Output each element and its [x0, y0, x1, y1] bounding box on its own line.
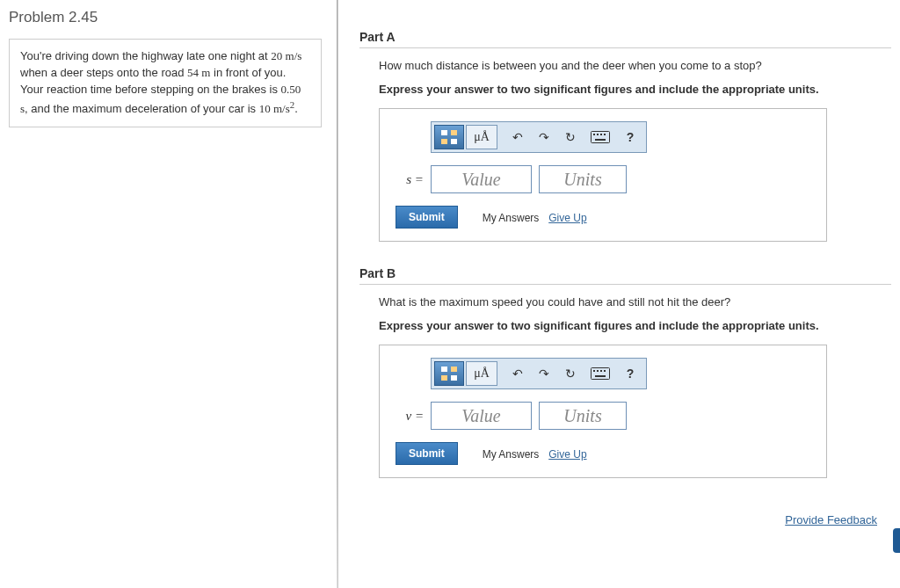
redo-icon[interactable]: ↷: [531, 125, 557, 149]
problem-panel: Problem 2.45 You're driving down the hig…: [0, 0, 338, 588]
part-b-submit-button[interactable]: Submit: [396, 442, 458, 465]
part-a-value-input[interactable]: Value: [431, 165, 532, 193]
undo-icon[interactable]: ↶: [504, 361, 531, 386]
keyboard-icon[interactable]: [584, 125, 617, 149]
part-a-units-input[interactable]: Units: [539, 165, 627, 193]
part-a: Part A How much distance is between you …: [359, 30, 891, 242]
formatting-toolbar: μÅ ↶ ↷ ↻ ?: [431, 121, 647, 153]
svg-rect-1: [593, 134, 595, 135]
part-b-answer-box: μÅ ↶ ↷ ↻ ? v = Value Units: [379, 345, 827, 478]
part-b-instruction: Express your answer to two significant f…: [379, 319, 891, 332]
redo-icon[interactable]: ↷: [531, 361, 557, 386]
svg-rect-3: [600, 134, 602, 135]
svg-rect-10: [604, 370, 606, 372]
svg-rect-6: [592, 368, 610, 380]
part-a-my-answers: My Answers: [483, 212, 540, 224]
part-a-answer-box: μÅ ↶ ↷ ↻ ? s = Value Units: [379, 108, 827, 242]
help-icon[interactable]: ?: [617, 125, 643, 149]
part-b: Part B What is the maximum speed you cou…: [359, 266, 891, 478]
problem-title: Problem 2.45: [9, 9, 322, 26]
svg-rect-4: [604, 134, 606, 135]
template-icon[interactable]: [434, 361, 464, 386]
part-b-give-up-link[interactable]: Give Up: [548, 448, 586, 461]
svg-rect-7: [593, 370, 595, 372]
keyboard-icon[interactable]: [584, 361, 617, 386]
answer-panel: Part A How much distance is between you …: [338, 0, 900, 588]
part-a-submit-button[interactable]: Submit: [396, 206, 458, 229]
problem-statement: You're driving down the highway late one…: [9, 39, 322, 127]
part-b-value-input[interactable]: Value: [431, 402, 532, 430]
svg-rect-5: [595, 139, 606, 141]
reset-icon[interactable]: ↻: [557, 361, 584, 386]
template-icon[interactable]: [434, 125, 464, 149]
part-a-variable-label: s =: [397, 172, 424, 187]
part-b-units-input[interactable]: Units: [539, 402, 627, 430]
svg-rect-8: [597, 370, 599, 372]
svg-rect-0: [592, 132, 610, 143]
reset-icon[interactable]: ↻: [557, 125, 584, 149]
part-a-instruction: Express your answer to two significant f…: [379, 83, 891, 96]
part-a-question: How much distance is between you and the…: [379, 59, 891, 72]
svg-rect-9: [600, 370, 602, 372]
part-a-title: Part A: [359, 30, 891, 48]
units-button[interactable]: μÅ: [466, 361, 497, 386]
part-b-title: Part B: [359, 266, 891, 285]
part-b-my-answers: My Answers: [483, 448, 540, 461]
part-b-variable-label: v =: [397, 409, 424, 424]
help-icon[interactable]: ?: [617, 361, 643, 386]
undo-icon[interactable]: ↶: [504, 125, 531, 149]
provide-feedback-link[interactable]: Provide Feedback: [785, 513, 877, 526]
units-button[interactable]: μÅ: [466, 125, 497, 149]
formatting-toolbar: μÅ ↶ ↷ ↻ ?: [431, 358, 647, 389]
part-a-give-up-link[interactable]: Give Up: [548, 212, 586, 224]
svg-rect-2: [597, 134, 599, 135]
part-b-question: What is the maximum speed you could have…: [379, 295, 891, 309]
svg-rect-11: [595, 375, 606, 377]
side-tab[interactable]: [893, 528, 900, 553]
